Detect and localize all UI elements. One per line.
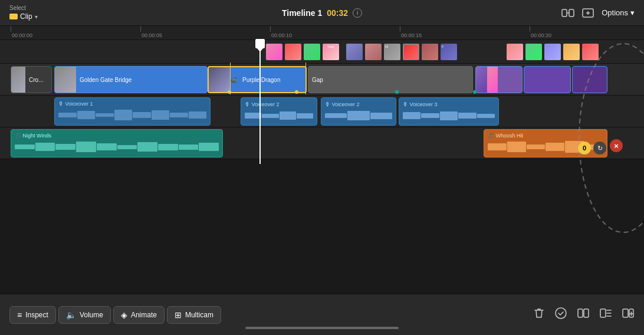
- options-label: Options: [602, 8, 628, 17]
- clip-icon: [9, 14, 18, 19]
- clip-chevron-icon: ▾: [35, 14, 38, 20]
- voiceover-3-clip[interactable]: 🎙 Voiceover 3: [399, 97, 499, 126]
- photo-strip-group-1: Hap: [265, 44, 340, 60]
- svg-rect-0: [562, 9, 567, 17]
- options-chevron-icon: ▾: [630, 8, 635, 17]
- voiceover-2b-label: 🎙 Voiceover 2: [325, 101, 392, 107]
- animate-label: Animate: [131, 311, 157, 319]
- svg-rect-8: [578, 309, 583, 317]
- ruler-tick-15: 00:00:15: [400, 26, 422, 40]
- volume-button[interactable]: 🔈 Volume: [58, 306, 111, 324]
- crossdissolve-clip[interactable]: Cro...: [11, 66, 52, 93]
- header-center: Timeline 1 00:32 i: [282, 8, 362, 18]
- svg-rect-10: [600, 309, 606, 317]
- options-button[interactable]: Options ▾: [602, 8, 635, 17]
- trim-button[interactable]: [599, 307, 612, 323]
- purple-dragon-content: 📹 Purple Dragon: [230, 77, 284, 83]
- ruler-tick-5: 00:00:05: [140, 26, 162, 40]
- voiceover-3-label: 🎙 Voiceover 3: [403, 101, 495, 107]
- golden-gate-clip[interactable]: Golden Gate Bridge: [54, 66, 208, 93]
- number-badge: 0: [578, 142, 591, 155]
- voiceover-1-clip[interactable]: 🎙 Voiceover 1: [54, 97, 211, 126]
- conn-dot-1: [228, 90, 231, 94]
- timeline-title: Timeline 1: [282, 8, 322, 18]
- right-clip-1[interactable]: [475, 66, 523, 93]
- dial-overlay: [570, 32, 644, 244]
- gap-clip[interactable]: Gap: [308, 66, 473, 93]
- voiceover-1-label: 🎙 Voiceover 1: [58, 101, 206, 107]
- animate-button[interactable]: ◈ Animate: [113, 306, 165, 324]
- voiceover-2a-clip[interactable]: 🎙 Voiceover 2: [241, 97, 317, 126]
- multicam-icon: ⊞: [175, 310, 182, 320]
- yellow-line-right: [305, 63, 306, 94]
- voiceover-track: 🎙 Voiceover 1: [0, 96, 644, 127]
- photo-strip-row: Hap M F: [0, 40, 644, 64]
- close-button[interactable]: ×: [610, 139, 623, 152]
- toolbar-right: [533, 307, 635, 323]
- split-button[interactable]: [577, 307, 590, 323]
- svg-point-7: [556, 308, 566, 318]
- toolbar-left: ≡ Inspect 🔈 Volume ◈ Animate ⊞ Multicam: [9, 306, 221, 324]
- repeat-badge[interactable]: ↻: [593, 142, 606, 155]
- volume-label: Volume: [80, 311, 103, 319]
- conn-dot-4: [473, 90, 477, 94]
- crossdissolve-label: Cro...: [25, 77, 47, 83]
- header-left: Select Clip ▾: [9, 5, 38, 21]
- clip-label: Clip: [20, 12, 32, 21]
- purple-dragon-clip[interactable]: 📹 Purple Dragon: [208, 66, 307, 93]
- golden-gate-label: Golden Gate Bridge: [76, 77, 135, 83]
- multicam-button[interactable]: ⊞ Multicam: [167, 306, 221, 324]
- main-video-track: Cro... Golden Gate Bridge 📹 Purple Drago…: [0, 64, 644, 96]
- conn-dot-3: [395, 90, 399, 94]
- svg-rect-1: [569, 9, 574, 17]
- photo-strip-group-2: M F: [346, 44, 458, 60]
- timeline-time: 00:32: [327, 8, 348, 18]
- ruler-tick-20: 00:00:20: [530, 26, 551, 40]
- svg-rect-11: [623, 309, 628, 317]
- inspect-button[interactable]: ≡ Inspect: [9, 306, 56, 324]
- music-track: 🎵 Night Winds: [0, 127, 644, 159]
- clip-appearance-icon[interactable]: [561, 8, 574, 18]
- night-winds-clip[interactable]: 🎵 Night Winds: [11, 129, 223, 157]
- header: Select Clip ▾ Timeline 1 00:32 i: [0, 0, 644, 26]
- night-winds-label: 🎵 Night Winds: [15, 133, 219, 139]
- clip-selector[interactable]: Clip ▾: [9, 12, 38, 21]
- dial-svg: [570, 32, 644, 244]
- check-button[interactable]: [554, 307, 567, 323]
- select-label: Select: [9, 5, 38, 11]
- ruler-tick-0: 00:00:00: [11, 26, 32, 40]
- conn-dot-2: [295, 90, 298, 94]
- volume-icon: 🔈: [66, 310, 76, 320]
- gap-label: Gap: [308, 77, 327, 83]
- timeline-body: 00:00:00 00:00:05 00:00:10 00:00:15 00:0…: [0, 26, 644, 335]
- delete-button[interactable]: [533, 307, 545, 323]
- voiceover-2a-label: 🎙 Voiceover 2: [245, 101, 313, 107]
- yellow-line-left: [230, 63, 231, 94]
- scroll-indicator: [245, 327, 399, 329]
- add-button[interactable]: [622, 307, 635, 323]
- ruler-tick-10: 00:00:10: [270, 26, 292, 40]
- app-window: Select Clip ▾ Timeline 1 00:32 i: [0, 0, 644, 335]
- inspect-icon: ≡: [17, 310, 22, 320]
- timeline-ruler: 00:00:00 00:00:05 00:00:10 00:00:15 00:0…: [0, 26, 644, 40]
- purple-dragon-label: Purple Dragon: [239, 77, 284, 83]
- right-clip-2[interactable]: [524, 66, 571, 93]
- inspect-label: Inspect: [25, 311, 48, 319]
- animate-icon: ◈: [121, 310, 127, 320]
- zoom-icon[interactable]: [581, 8, 594, 18]
- svg-point-6: [579, 44, 644, 232]
- svg-rect-9: [584, 309, 589, 317]
- header-right: Options ▾: [561, 8, 635, 18]
- multicam-label: Multicam: [185, 311, 213, 319]
- ruler-marks: 00:00:00 00:00:05 00:00:10 00:00:15 00:0…: [0, 26, 644, 40]
- bottom-toolbar: ≡ Inspect 🔈 Volume ◈ Animate ⊞ Multicam: [0, 294, 644, 335]
- voiceover-2b-clip[interactable]: 🎙 Voiceover 2: [321, 97, 396, 126]
- info-icon[interactable]: i: [353, 8, 362, 18]
